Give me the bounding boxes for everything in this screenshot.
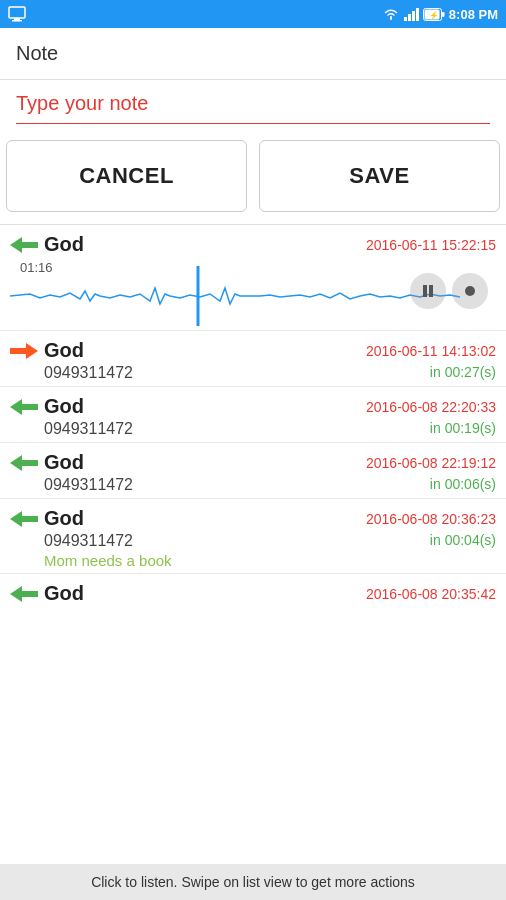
- battery-icon: ⚡: [423, 8, 445, 21]
- call-number: 0949311472: [10, 532, 133, 550]
- call-name: God: [44, 451, 84, 474]
- call-number: 0949311472: [10, 420, 133, 438]
- call-duration: in 00:06(s): [430, 476, 496, 492]
- call-name: God: [44, 507, 84, 530]
- arrow-left-icon: [10, 584, 38, 604]
- button-row: CANCEL SAVE: [0, 140, 506, 224]
- list-item[interactable]: God 2016-06-08 20:36:23 0949311472 in 00…: [0, 499, 506, 574]
- call-item-top: God 2016-06-08 22:20:33: [10, 395, 496, 418]
- call-name-row: God: [10, 582, 84, 605]
- svg-text:⚡: ⚡: [429, 10, 439, 20]
- call-date: 2016-06-08 20:36:23: [366, 511, 496, 527]
- svg-rect-2: [12, 20, 22, 22]
- screen-icon: [8, 6, 26, 22]
- call-name-row: God: [10, 507, 84, 530]
- list-item[interactable]: God 2016-06-08 22:20:33 0949311472 in 00…: [0, 387, 506, 443]
- time-display: 8:08 PM: [449, 7, 498, 22]
- list-item[interactable]: God 2016-06-11 14:13:02 0949311472 in 00…: [0, 331, 506, 387]
- call-item-top: God 2016-06-08 20:36:23: [10, 507, 496, 530]
- call-duration: in 00:19(s): [430, 420, 496, 436]
- svg-rect-11: [465, 286, 475, 296]
- bottom-status-text: Click to listen. Swipe on list view to g…: [91, 874, 415, 890]
- status-bar-left: [8, 6, 26, 22]
- call-sub-row: 0949311472 in 00:19(s): [10, 418, 496, 438]
- call-date: 2016-06-08 20:35:42: [366, 586, 496, 602]
- bottom-status-bar: Click to listen. Swipe on list view to g…: [0, 864, 506, 900]
- call-date: 2016-06-11 14:13:02: [366, 343, 496, 359]
- svg-marker-16: [10, 586, 38, 602]
- list-item[interactable]: God 2016-06-11 15:22:15 01:16: [0, 225, 506, 331]
- svg-rect-1: [14, 18, 20, 20]
- arrow-left-icon: [10, 397, 38, 417]
- call-item-top: God 2016-06-11 14:13:02: [10, 339, 496, 362]
- call-name: God: [44, 582, 84, 605]
- svg-rect-9: [423, 285, 427, 297]
- call-name: God: [44, 339, 84, 362]
- waveform-container[interactable]: 01:16: [10, 256, 496, 326]
- stop-icon: [462, 283, 478, 299]
- call-name-row: God: [10, 395, 84, 418]
- svg-marker-13: [10, 399, 38, 415]
- status-bar-right: ⚡ 8:08 PM: [382, 7, 498, 22]
- call-item-top: God 2016-06-11 15:22:15: [10, 233, 496, 256]
- status-bar: ⚡ 8:08 PM: [0, 0, 506, 28]
- call-number: 0949311472: [10, 476, 133, 494]
- call-note: Mom needs a book: [10, 552, 496, 569]
- call-name: God: [44, 395, 84, 418]
- note-placeholder[interactable]: Type your note: [16, 92, 490, 115]
- list-item[interactable]: God 2016-06-08 20:35:42: [0, 574, 506, 609]
- arrow-left-icon: [10, 235, 38, 255]
- svg-marker-15: [10, 511, 38, 527]
- svg-rect-10: [429, 285, 433, 297]
- pause-button[interactable]: [410, 273, 446, 309]
- signal-icon: [404, 8, 419, 21]
- call-sub-row: 0949311472 in 00:27(s): [10, 362, 496, 382]
- call-item-top: God 2016-06-08 20:35:42: [10, 582, 496, 605]
- page-title: Note: [16, 42, 58, 65]
- call-name-row: God: [10, 451, 84, 474]
- call-item-top: God 2016-06-08 22:19:12: [10, 451, 496, 474]
- svg-rect-0: [9, 7, 25, 18]
- waveform-controls: [410, 273, 488, 309]
- call-date: 2016-06-08 22:20:33: [366, 399, 496, 415]
- stop-button[interactable]: [452, 273, 488, 309]
- note-section: Type your note: [0, 80, 506, 124]
- call-sub-row: 0949311472 in 00:06(s): [10, 474, 496, 494]
- cancel-button[interactable]: CANCEL: [6, 140, 247, 212]
- call-sub-row: 0949311472 in 00:04(s): [10, 530, 496, 550]
- svg-marker-7: [10, 237, 38, 253]
- call-date: 2016-06-11 15:22:15: [366, 237, 496, 253]
- call-duration: in 00:04(s): [430, 532, 496, 548]
- svg-marker-14: [10, 455, 38, 471]
- pause-icon: [420, 283, 436, 299]
- call-list: God 2016-06-11 15:22:15 01:16: [0, 225, 506, 900]
- wifi-icon: [382, 7, 400, 21]
- arrow-right-icon: [10, 341, 38, 361]
- call-name: God: [44, 233, 84, 256]
- call-name-row: God: [10, 339, 84, 362]
- note-underline: [16, 123, 490, 124]
- header: Note: [0, 28, 506, 80]
- call-date: 2016-06-08 22:19:12: [366, 455, 496, 471]
- svg-marker-12: [10, 343, 38, 359]
- list-item[interactable]: God 2016-06-08 22:19:12 0949311472 in 00…: [0, 443, 506, 499]
- arrow-left-icon: [10, 509, 38, 529]
- call-duration: in 00:27(s): [430, 364, 496, 380]
- svg-rect-5: [442, 12, 445, 17]
- save-button[interactable]: SAVE: [259, 140, 500, 212]
- call-number: 0949311472: [10, 364, 133, 382]
- call-name-row: God: [10, 233, 84, 256]
- arrow-left-icon: [10, 453, 38, 473]
